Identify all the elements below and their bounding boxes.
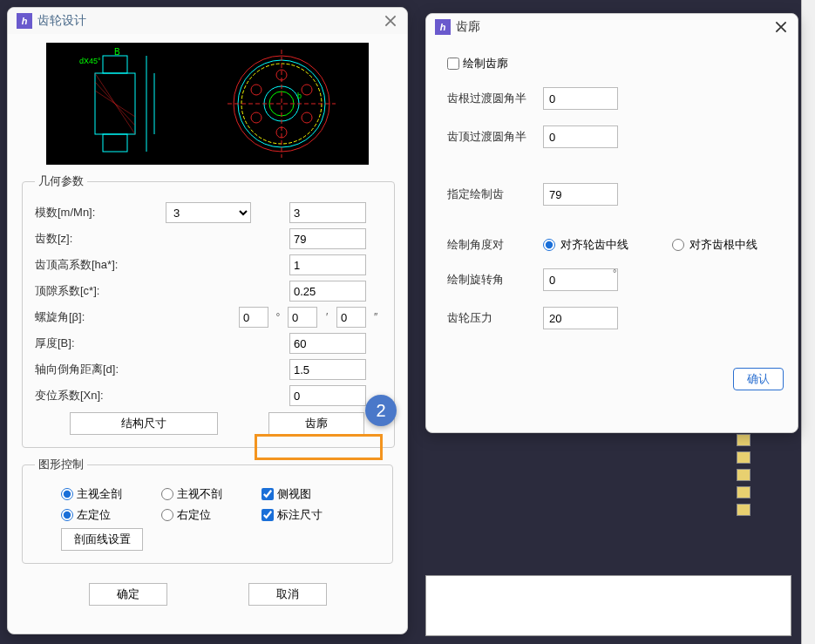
ok-button[interactable]: 确定 (89, 583, 167, 606)
geometry-parameters-group: 几何参数 模数[m/Mn]: 3 齿数[z]: 齿顶高系数[ha*]: 顶隙系数… (22, 173, 395, 448)
dimension-checkbox[interactable]: 标注尺寸 (261, 507, 323, 523)
helix-min-input[interactable] (288, 307, 317, 328)
module-input[interactable] (289, 202, 366, 223)
close-icon[interactable] (383, 13, 398, 29)
pressure-angle-label: 齿轮压力 (447, 310, 543, 326)
svg-point-17 (302, 85, 312, 95)
shift-label: 变位系数[Xn]: (35, 388, 166, 403)
svg-text:b: b (297, 92, 302, 100)
right-position-radio[interactable]: 右定位 (161, 507, 261, 523)
tip-fillet-label: 齿顶过渡圆角半 (447, 129, 543, 145)
teeth-input[interactable] (289, 228, 366, 249)
sec-symbol: ″ (370, 311, 382, 323)
side-panel (801, 0, 815, 644)
geometry-legend: 几何参数 (35, 173, 87, 189)
chamfer-label: 轴向倒角距离[d]: (35, 362, 166, 377)
root-fillet-input[interactable] (543, 87, 618, 110)
pressure-angle-input[interactable] (543, 307, 618, 329)
app-icon: h (17, 13, 32, 29)
align-root-mid-radio[interactable]: 对齐齿根中线 (672, 237, 757, 253)
svg-point-18 (251, 85, 261, 95)
deg-symbol: ° (613, 268, 616, 278)
cancel-button[interactable]: 取消 (248, 583, 327, 606)
titlebar: h 齿轮设计 (8, 8, 407, 34)
spec-teeth-input[interactable] (543, 183, 618, 206)
svg-point-19 (302, 112, 312, 123)
svg-text:B: B (114, 47, 120, 57)
close-icon[interactable] (773, 19, 789, 35)
hatch-settings-button[interactable]: 剖面线设置 (61, 528, 143, 551)
rotation-angle-input[interactable] (543, 268, 618, 291)
root-fillet-label: 齿根过渡圆角半 (447, 91, 543, 106)
text-area[interactable] (425, 575, 791, 636)
svg-point-12 (241, 64, 322, 144)
spec-teeth-label: 指定绘制齿 (447, 186, 543, 202)
dialog-title: 齿轮设计 (37, 13, 383, 29)
graphics-legend: 图形控制 (35, 457, 87, 472)
module-select[interactable]: 3 (166, 202, 251, 223)
angle-align-label: 绘制角度对 (447, 237, 543, 253)
deg-symbol: ° (272, 311, 284, 323)
helix-deg-input[interactable] (239, 307, 268, 328)
toolbar-icon[interactable] (737, 434, 750, 446)
left-position-radio[interactable]: 左定位 (61, 507, 161, 523)
confirm-button[interactable]: 确认 (733, 368, 784, 390)
gear-preview: dX45° B (46, 43, 369, 165)
clearance-input[interactable] (289, 281, 366, 302)
step-marker-2: 2 (365, 395, 397, 426)
min-symbol: ′ (321, 311, 333, 323)
thickness-input[interactable] (289, 333, 366, 354)
addendum-label: 齿顶高系数[ha*]: (35, 257, 166, 273)
svg-rect-2 (103, 134, 127, 152)
addendum-input[interactable] (289, 254, 366, 275)
helix-label: 螺旋角[β]: (35, 309, 166, 325)
svg-text:dX45°: dX45° (79, 57, 101, 65)
side-view-checkbox[interactable]: 侧视图 (261, 486, 311, 502)
main-full-section-radio[interactable]: 主视全剖 (61, 486, 161, 502)
tooth-profile-dialog: h 齿廓 绘制齿廓 齿根过渡圆角半 齿顶过渡圆角半 指定绘制齿 绘制角度对 对齐… (425, 13, 798, 433)
shift-input[interactable] (289, 385, 366, 406)
graphics-control-group: 图形控制 主视全剖 主视不剖 侧视图 左定位 右定位 (22, 457, 393, 564)
helix-sec-input[interactable] (336, 307, 366, 328)
toolbar-icon[interactable] (737, 504, 750, 516)
clearance-label: 顶隙系数[c*]: (35, 283, 166, 299)
toolbar-icon[interactable] (737, 469, 750, 481)
align-tooth-mid-radio[interactable]: 对齐轮齿中线 (543, 237, 628, 253)
module-label: 模数[m/Mn]: (35, 205, 166, 220)
svg-line-5 (95, 91, 135, 117)
chamfer-input[interactable] (289, 359, 366, 380)
dialog-title: 齿廓 (456, 19, 773, 35)
svg-rect-1 (103, 56, 127, 73)
tip-fillet-input[interactable] (543, 125, 618, 148)
thickness-label: 厚度[B]: (35, 336, 166, 351)
toolbar-icon[interactable] (737, 486, 750, 498)
app-icon: h (435, 19, 451, 35)
side-toolbar (737, 434, 754, 516)
rotation-angle-label: 绘制旋转角 (447, 272, 543, 288)
titlebar: h 齿廓 (426, 14, 798, 40)
gear-design-dialog: h 齿轮设计 dX45° B (7, 7, 408, 634)
svg-point-20 (251, 112, 261, 123)
structure-size-button[interactable]: 结构尺寸 (70, 412, 218, 435)
tooth-profile-button[interactable]: 齿廓 (268, 412, 364, 435)
draw-profile-checkbox[interactable]: 绘制齿廓 (447, 56, 777, 71)
toolbar-icon[interactable] (737, 451, 750, 464)
main-no-section-radio[interactable]: 主视不剖 (161, 486, 261, 502)
teeth-label: 齿数[z]: (35, 231, 166, 247)
